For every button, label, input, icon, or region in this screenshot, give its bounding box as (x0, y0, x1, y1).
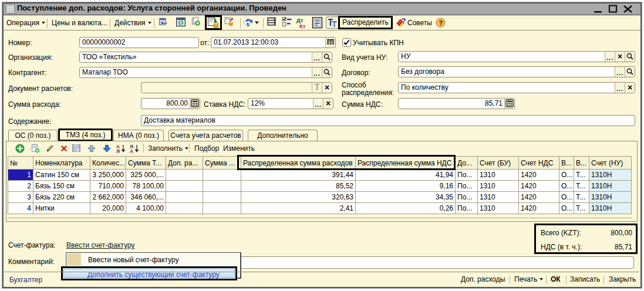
svg-text:А: А (130, 148, 133, 154)
svg-text:?: ? (402, 17, 406, 25)
svg-text:ок: ок (74, 148, 77, 152)
svg-text:Кт: Кт (299, 23, 306, 29)
svg-text:Я: Я (116, 148, 120, 154)
svg-text:?: ? (439, 19, 443, 26)
